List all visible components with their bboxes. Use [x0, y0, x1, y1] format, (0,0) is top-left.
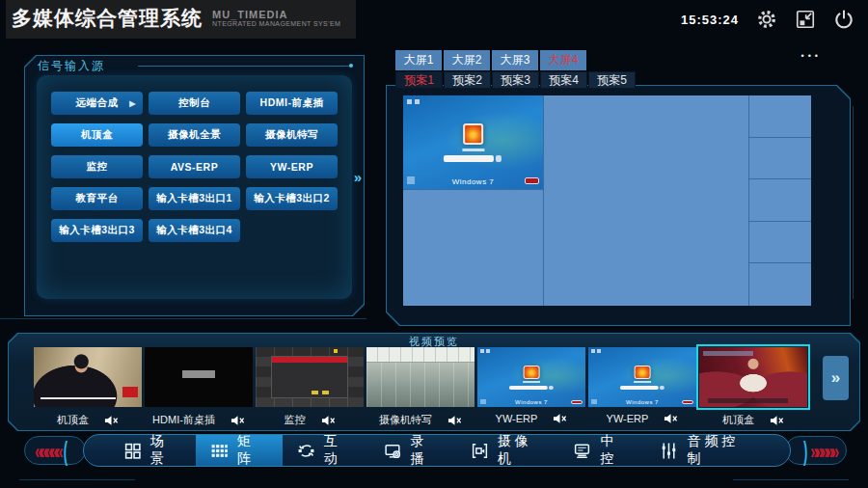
source-button-yw-erp[interactable]: YW-ERP: [246, 155, 338, 178]
tab-screen-2[interactable]: 大屏2: [444, 50, 490, 70]
preview-thumbnail[interactable]: Windows 7: [588, 347, 696, 407]
tab-screen-1[interactable]: 大屏1: [395, 50, 442, 70]
preview-thumbnail[interactable]: [256, 347, 364, 407]
preview-item-settop-box-selected[interactable]: 机顶盒: [699, 347, 807, 427]
tab-preset-4[interactable]: 预案4: [540, 71, 587, 89]
next-page-chevron[interactable]: »: [823, 356, 849, 400]
audio-sliders-icon: [660, 442, 678, 460]
windows7-shutdown-button: [525, 177, 539, 184]
preview-thumbnail[interactable]: [34, 347, 142, 407]
source-button-console[interactable]: 控制台: [149, 92, 240, 115]
mute-icon[interactable]: [321, 415, 336, 426]
video-preview-panel: 视频预览 机顶盒 HDMI-前桌插: [8, 333, 860, 431]
mute-icon[interactable]: [770, 415, 784, 426]
source-button-settop-box[interactable]: 机顶盒: [51, 123, 143, 147]
wall-cell-right-1[interactable]: [749, 95, 811, 138]
tab-preset-2[interactable]: 预案2: [444, 71, 491, 89]
circuit-line: [733, 479, 849, 480]
power-icon[interactable]: [833, 9, 854, 30]
scene-grid-icon: [123, 442, 142, 460]
windows7-username: [462, 149, 484, 151]
wall-cell-right-5[interactable]: [749, 263, 811, 306]
source-button-camera-wide[interactable]: 摄像机全景: [149, 123, 240, 147]
wall-cell-right-2[interactable]: [749, 138, 811, 180]
expand-panel-chevron[interactable]: »: [354, 169, 362, 185]
clock: 15:53:24: [681, 13, 739, 27]
toolbar-item-matrix[interactable]: 矩阵: [196, 435, 283, 466]
wall-cell-left-empty[interactable]: [403, 190, 544, 306]
app-title-block: 多媒体综合管理系统 MU_TIMEDIA NTEGRATED MANAGEMEN…: [6, 0, 356, 39]
source-button-surveillance[interactable]: 监控: [51, 155, 143, 178]
toolbar-left-decoration: ««««« (: [24, 436, 86, 465]
circuit-line: [853, 106, 854, 299]
recording-icon: [384, 442, 402, 460]
tab-screen-4[interactable]: 大屏4: [540, 50, 586, 70]
wall-cell-windows7[interactable]: Windows 7: [403, 95, 544, 190]
top-bar-controls: 15:53:24: [681, 9, 854, 30]
toolbar-item-central-control[interactable]: 中控: [558, 435, 645, 466]
app-window: 多媒体综合管理系统 MU_TIMEDIA NTEGRATED MANAGEMEN…: [0, 0, 868, 488]
preview-item-settop-box[interactable]: 机顶盒: [34, 347, 142, 427]
source-button-hdmi[interactable]: HDMI-前桌插: [246, 92, 338, 115]
app-subtitle-line1: MU_TIMEDIA: [212, 9, 340, 20]
settings-gear-icon[interactable]: [756, 9, 777, 30]
preset-tabs: 预案1 预案2 预案3 预案4 预案5: [395, 71, 636, 89]
preview-label: HDMI-前桌插: [152, 413, 215, 427]
toolbar-item-audio-control[interactable]: 音频控制: [645, 435, 765, 466]
chevrons-left-icon: «««««: [35, 438, 61, 463]
preview-label: 机顶盒: [57, 413, 89, 427]
mode-toolbar: 场景 矩阵 互动 录播: [83, 434, 791, 467]
preview-item-camera-closeup[interactable]: 摄像机特写: [366, 347, 475, 427]
toolbar-item-recording[interactable]: 录播: [369, 435, 456, 466]
source-button-label: 远端合成: [76, 96, 119, 110]
preview-label: YW-ERP: [496, 413, 538, 424]
source-button-edu-platform[interactable]: 教育平台: [51, 187, 143, 210]
preview-label: YW-ERP: [607, 413, 649, 424]
mute-icon[interactable]: [553, 413, 567, 424]
preview-thumbnail[interactable]: [366, 347, 475, 407]
source-button-camera-closeup[interactable]: 摄像机特写: [246, 123, 338, 147]
tab-preset-1[interactable]: 预案1: [395, 71, 443, 89]
windows7-avatar: [463, 123, 484, 145]
surveillance-dialog: [271, 356, 349, 399]
mute-icon[interactable]: [104, 415, 119, 426]
source-button-slot3-out2[interactable]: 输入卡槽3出口2: [246, 187, 338, 210]
top-bar: 多媒体综合管理系统 MU_TIMEDIA NTEGRATED MANAGEMEN…: [0, 0, 868, 39]
minimize-window-icon[interactable]: [795, 9, 816, 30]
wall-cell-right-3[interactable]: [749, 179, 811, 222]
source-button-slot3-out4[interactable]: 输入卡槽3出口4: [149, 219, 240, 242]
mute-icon[interactable]: [664, 413, 678, 424]
mute-icon[interactable]: [448, 415, 462, 426]
preview-thumbnail[interactable]: [145, 347, 253, 407]
preview-thumbnails: 机顶盒 HDMI-前桌插: [34, 347, 807, 427]
preview-item-surveillance[interactable]: 监控: [256, 347, 364, 427]
windows7-top-icons: [407, 99, 420, 104]
toolbar-right-decoration: ) »»»»»: [785, 436, 847, 465]
preview-thumbnail[interactable]: Windows 7: [477, 347, 585, 407]
signal-source-title: 信号输入源: [38, 58, 105, 74]
source-button-avs-erp[interactable]: AVS-ERP: [149, 155, 240, 178]
toolbar-item-interact[interactable]: 互动: [283, 435, 369, 466]
camera-icon: [471, 442, 489, 460]
wall-cell-right-4[interactable]: [749, 222, 811, 264]
chevrons-right-icon: »»»»»: [810, 438, 836, 463]
wall-cell-center[interactable]: [544, 95, 749, 306]
source-button-slot3-out3[interactable]: 输入卡槽3出口3: [51, 219, 143, 242]
tab-preset-5[interactable]: 预案5: [588, 71, 636, 89]
mute-icon[interactable]: [231, 415, 245, 426]
source-button-slot3-out1[interactable]: 输入卡槽3出口1: [149, 187, 240, 210]
tab-preset-3[interactable]: 预案3: [492, 71, 539, 89]
source-button-remote-compose[interactable]: 远端合成 ▶: [51, 92, 143, 115]
preview-item-hdmi[interactable]: HDMI-前桌插: [145, 347, 253, 427]
more-options-icon[interactable]: •••: [801, 51, 822, 61]
toolbar-item-scene[interactable]: 场景: [109, 435, 196, 466]
preview-item-yw-erp-2[interactable]: Windows 7 YW-ERP: [588, 347, 696, 427]
preview-item-yw-erp-1[interactable]: Windows 7 YW-ERP: [477, 347, 585, 427]
screen-tabs: 大屏1 大屏2 大屏3 大屏4: [395, 50, 586, 70]
preview-thumbnail-selected[interactable]: [699, 347, 807, 407]
toolbar-item-camera[interactable]: 摄像机: [456, 435, 559, 466]
tab-screen-3[interactable]: 大屏3: [492, 50, 538, 70]
signal-source-card: 远端合成 ▶ 控制台 HDMI-前桌插 机顶盒 摄像机全景 摄像机特写 监控 A…: [37, 75, 352, 299]
signal-source-panel: 信号输入源 远端合成 ▶ 控制台 HDMI-前桌插 机顶盒 摄像机全景 摄像机特…: [24, 55, 365, 316]
arc-left-icon: (: [64, 435, 68, 466]
